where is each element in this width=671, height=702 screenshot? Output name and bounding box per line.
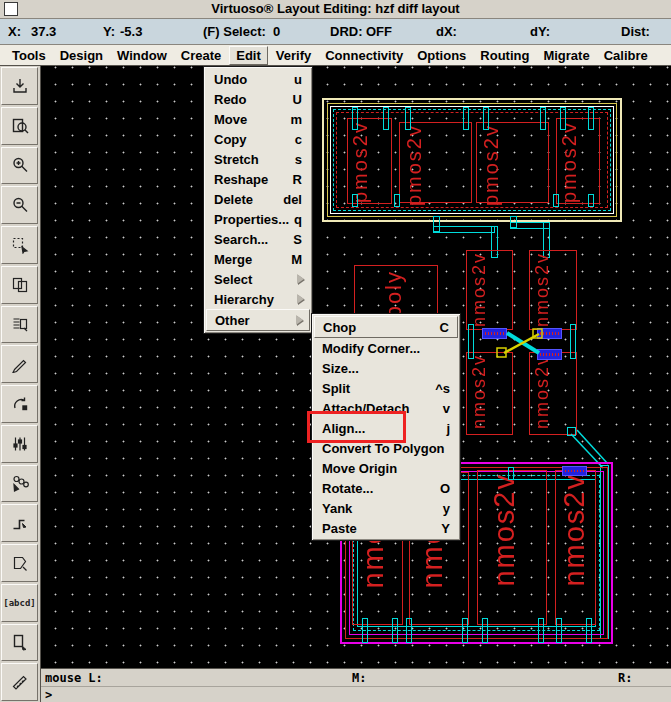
toolbar-ruler-button[interactable] [1,663,38,701]
edit-menu-item-move[interactable]: Movem [206,109,310,129]
toolbar-instance-button[interactable] [1,465,38,503]
cross-coupling-wires[interactable] [491,321,586,366]
menu-item-label: Chop [315,320,356,335]
menubar-item-tools[interactable]: Tools [6,47,52,64]
toolbar-stretch-button[interactable] [1,226,38,264]
edit-menu-item-stretch[interactable]: Stretchs [206,149,310,169]
toolbar-properties-button[interactable] [1,425,38,463]
edit-menu-item-properties[interactable]: Properties...q [206,209,310,229]
toolbar-label-button[interactable]: [abcd] [1,584,38,622]
menubar-item-migrate[interactable]: Migrate [537,47,595,64]
menu-item-shortcut: v [443,401,450,416]
toolbar-save-button[interactable] [1,67,38,105]
submenu-item-size[interactable]: Size... [314,358,458,378]
gate-contact[interactable] [562,466,587,476]
menubar-item-verify[interactable]: Verify [270,47,317,64]
menubar-item-routing[interactable]: Routing [474,47,535,64]
edit-menu-item-copy[interactable]: Copyc [206,129,310,149]
pmos-cell-1[interactable]: pmos2v [347,118,392,204]
edit-menu-item-redo[interactable]: RedoU [206,89,310,109]
toolbar-path-button[interactable] [1,504,38,542]
fit-view-icon [11,117,29,135]
pencil-icon [11,355,29,373]
submenu-item-attach-detach[interactable]: Attach/Detachv [314,398,458,418]
edit-menu-item-hierarchy[interactable]: Hierarchy [206,289,310,309]
edit-menu-item-select[interactable]: Select [206,269,310,289]
submenu-item-paste[interactable]: PasteY [314,518,458,538]
menu-item-label: Properties... [206,212,289,227]
nmos-cell-top-right[interactable]: nmos2v [529,250,577,330]
contact-bar [394,194,400,207]
submenu-item-modify-corner[interactable]: Modify Corner... [314,338,458,358]
polygon-icon [11,554,29,572]
menubar-item-connectivity[interactable]: Connectivity [319,47,409,64]
toolbar-move-button[interactable] [1,306,38,344]
submenu-item-yank[interactable]: Yanky [314,498,458,518]
submenu-item-convert-to-polygon[interactable]: Convert To Polygon [314,438,458,458]
toolbar-zoom-out-button[interactable] [1,186,38,224]
toolbar-pencil-button[interactable] [1,345,38,383]
menu-item-shortcut: R [293,172,302,187]
label-icon: [abcd] [3,598,36,608]
menubar-item-edit[interactable]: Edit [229,46,268,65]
menu-item-shortcut: y [443,501,450,516]
menu-item-label: Rotate... [314,481,373,496]
contact-bar [540,107,546,130]
menu-item-shortcut: M [291,252,302,267]
menu-item-label: Move [206,112,247,127]
submenu-item-split[interactable]: Split^s [314,378,458,398]
toolbar-rectangle-button[interactable] [1,624,38,662]
menubar-item-window[interactable]: Window [111,47,173,64]
edit-menu-item-other[interactable]: Other [206,309,310,331]
submenu-item-rotate[interactable]: Rotate...O [314,478,458,498]
pmos-cell-3[interactable]: pmos2v [476,122,549,203]
save-icon [11,77,29,95]
edit-menu-item-search[interactable]: Search...S [206,229,310,249]
poly-label: poly [383,270,405,318]
edit-menu: Undou RedoU Movem Copyc Stretchs Reshape… [203,66,313,334]
menubar-item-options[interactable]: Options [411,47,472,64]
toolbar-polygon-button[interactable] [1,544,38,582]
pmos-cell-2[interactable]: pmos2v [399,122,472,203]
prompt-symbol: > [45,688,52,702]
menu-item-label: Yank [314,501,352,516]
toolbar-rotate-button[interactable] [1,385,38,423]
submenu-arrow-icon [296,315,303,325]
submenu-item-align[interactable]: Align...j [314,418,458,438]
submenu-arrow-icon [297,274,304,284]
menu-item-shortcut: s [295,152,302,167]
nmos-cell-top-left[interactable]: nmos2v [466,250,513,330]
edit-menu-item-delete[interactable]: Deletedel [206,189,310,209]
drd-value: OFF [366,24,392,39]
submenu-item-move-origin[interactable]: Move Origin [314,458,458,478]
contact-bar [406,618,412,643]
command-prompt-bar[interactable]: > [41,686,671,702]
nmos-cell-row-3[interactable]: nmos2v [477,470,547,625]
edit-menu-item-undo[interactable]: Undou [206,69,310,89]
title-bar: Virtuoso® Layout Editing: hzf diff layou… [0,0,671,19]
menubar-item-calibre[interactable]: Calibre [598,47,654,64]
metal-wire[interactable] [433,226,495,233]
mouse-left-label: mouse L: [45,671,103,685]
submenu-item-chop[interactable]: ChopC [314,316,458,338]
edit-menu-item-reshape[interactable]: ReshapeR [206,169,310,189]
menubar-item-design[interactable]: Design [54,47,109,64]
contact-bar [362,618,368,643]
nmos-cell-label: nmos2v [490,473,519,587]
contact-bar [352,107,358,130]
nmos-cell-row-4[interactable]: nmos2v [555,470,596,625]
pmos-cell-label: pmos2v [559,121,579,203]
pmos-cell-4[interactable]: pmos2v [556,118,600,204]
edit-menu-item-merge[interactable]: MergeM [206,249,310,269]
pmos-cell-label: pmos2v [481,124,501,206]
pmos-cell-label: pmos2v [404,124,424,206]
menubar-item-create[interactable]: Create [175,47,227,64]
other-submenu: ChopC Modify Corner... Size... Split^s A… [311,313,461,541]
menu-item-shortcut: C [440,320,449,335]
toolbar-zoom-in-button[interactable] [1,147,38,185]
toolbar-copy-button[interactable] [1,266,38,304]
contact-bar [405,107,411,130]
toolbar-fit-view-button[interactable] [1,107,38,145]
contact-bar [482,618,488,643]
menu-item-label: Paste [314,521,357,536]
